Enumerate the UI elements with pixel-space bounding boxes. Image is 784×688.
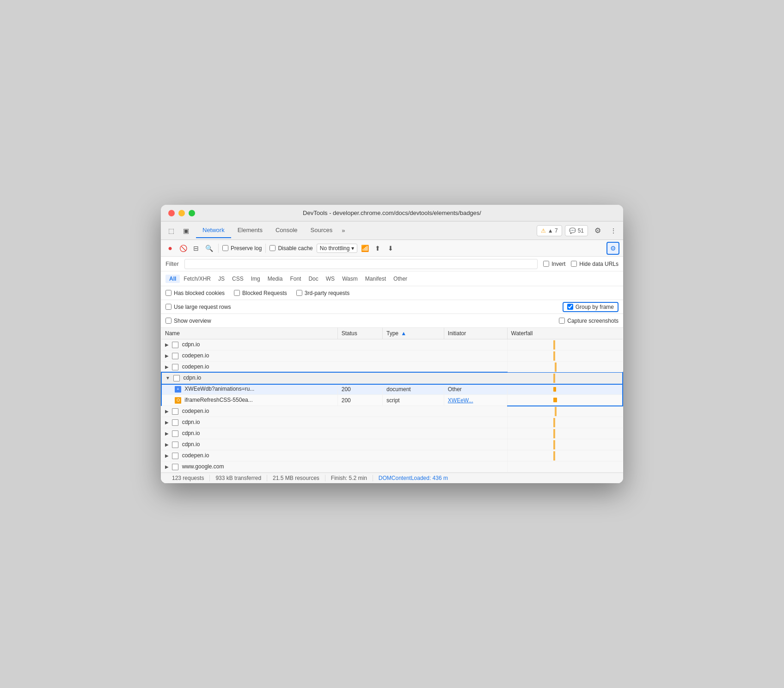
filter-type-manifest[interactable]: Manifest — [361, 275, 390, 283]
filter-type-all[interactable]: All — [165, 275, 180, 283]
filter-type-media[interactable]: Media — [264, 275, 287, 283]
file-name-cell[interactable]: ≡ XWEeWdb?animations=ru... — [161, 384, 337, 395]
filter-type-ws[interactable]: WS — [322, 275, 338, 283]
table-row[interactable]: ▶ codepen.io — [161, 406, 623, 417]
table-row[interactable]: ▶ cdpn.io — [161, 339, 623, 350]
expand-icon: ▶ — [165, 464, 169, 469]
download-icon[interactable]: ⬇ — [385, 243, 396, 254]
disable-cache-checkbox[interactable] — [270, 245, 276, 251]
table-row[interactable]: ▶ codepen.io — [161, 362, 623, 373]
filter-type-other[interactable]: Other — [390, 275, 411, 283]
table-row[interactable]: ▶ cdpn.io — [161, 428, 623, 439]
col-header-name[interactable]: Name — [161, 328, 337, 339]
minimize-button[interactable] — [178, 210, 185, 216]
filter-row: Filter Invert Hide data URLs — [161, 257, 623, 271]
group-name-cell[interactable]: ▶ cdpn.io — [161, 428, 507, 439]
record-icon[interactable]: ● — [165, 243, 176, 254]
tab-overflow[interactable]: » — [339, 223, 348, 238]
tab-network[interactable]: Network — [196, 223, 231, 238]
table-row[interactable]: ▶ www.google.com — [161, 461, 623, 473]
table-row[interactable]: ≡ XWEeWdb?animations=ru... 200 document … — [161, 384, 623, 395]
table-row[interactable]: ▶ cdpn.io — [161, 417, 623, 428]
tab-elements[interactable]: Elements — [231, 223, 269, 238]
more-options-icon[interactable]: ⋮ — [607, 225, 619, 236]
table-row[interactable]: ⬡ iframeRefreshCSS-550ea... 200 script X… — [161, 395, 623, 406]
third-party-checkbox[interactable] — [296, 290, 302, 296]
capture-screenshots-checkbox[interactable] — [559, 318, 565, 324]
filter-type-js[interactable]: JS — [214, 275, 228, 283]
preserve-log-checkbox[interactable] — [222, 245, 228, 251]
show-overview-checkbox[interactable] — [165, 318, 172, 324]
resources-size: 21.5 MB resources — [267, 475, 325, 481]
table-row[interactable]: ▼ cdpn.io — [161, 373, 623, 384]
large-rows-label[interactable]: Use large request rows — [165, 304, 231, 310]
network-settings-icon[interactable]: ⚙ — [606, 242, 619, 255]
col-header-initiator[interactable]: Initiator — [444, 328, 507, 339]
tab-sources[interactable]: Sources — [304, 223, 339, 238]
invert-checkbox[interactable] — [543, 261, 549, 267]
filter-type-fetch[interactable]: Fetch/XHR — [180, 275, 214, 283]
preserve-log-label[interactable]: Preserve log — [222, 245, 262, 252]
group-name-cell[interactable]: ▶ www.google.com — [161, 461, 507, 473]
group-name-cell[interactable]: ▶ cdpn.io — [161, 339, 507, 350]
file-name-cell[interactable]: ⬡ iframeRefreshCSS-550ea... — [161, 395, 337, 406]
top-tabs-right: ⚠ ▲ 7 💬 51 ⚙ ⋮ — [537, 224, 619, 237]
frame-icon — [172, 453, 178, 459]
warning-count: ▲ 7 — [548, 227, 558, 234]
close-button[interactable] — [168, 210, 175, 216]
dom-content-loaded: DOMContentLoaded: 436 m — [373, 475, 453, 481]
col-header-type[interactable]: Type ▲ — [382, 328, 444, 339]
col-header-waterfall[interactable]: Waterfall — [507, 328, 623, 339]
group-name-cell[interactable]: ▼ cdpn.io — [161, 373, 507, 384]
options-row-3: Show overview Capture screenshots — [161, 314, 623, 328]
table-row[interactable]: ▶ cdpn.io — [161, 439, 623, 450]
hide-data-urls-label[interactable]: Hide data URLs — [571, 261, 619, 267]
blocked-cookies-label[interactable]: Has blocked cookies — [165, 290, 225, 296]
group-name-cell[interactable]: ▶ codepen.io — [161, 450, 507, 461]
wifi-icon[interactable]: 📶 — [359, 243, 370, 254]
filter-type-doc[interactable]: Doc — [305, 275, 322, 283]
filter-type-css[interactable]: CSS — [228, 275, 247, 283]
status-cell: 200 — [337, 384, 382, 395]
invert-label[interactable]: Invert — [543, 261, 565, 267]
blocked-requests-label[interactable]: Blocked Requests — [234, 290, 287, 296]
block-icon[interactable]: 🚫 — [178, 243, 189, 254]
blocked-requests-checkbox[interactable] — [234, 290, 240, 296]
finish-time: Finish: 5.2 min — [325, 475, 373, 481]
messages-badge[interactable]: 💬 51 — [565, 225, 588, 236]
settings-gear-icon[interactable]: ⚙ — [591, 224, 605, 237]
group-name-cell[interactable]: ▶ cdpn.io — [161, 417, 507, 428]
device-icon[interactable]: ▣ — [179, 224, 192, 237]
group-name-cell[interactable]: ▶ cdpn.io — [161, 439, 507, 450]
warnings-badge[interactable]: ⚠ ▲ 7 — [537, 225, 562, 236]
group-name-cell[interactable]: ▶ codepen.io — [161, 362, 507, 373]
options-row-1: Has blocked cookies Blocked Requests 3rd… — [161, 286, 623, 300]
waterfall-cell — [507, 461, 623, 473]
disable-cache-label[interactable]: Disable cache — [270, 245, 312, 252]
filter-icon[interactable]: ⊟ — [190, 243, 202, 254]
search-icon[interactable]: 🔍 — [203, 243, 214, 254]
col-header-status[interactable]: Status — [337, 328, 382, 339]
initiator-link[interactable]: XWEeW... — [448, 397, 473, 404]
table-row[interactable]: ▶ codepen.io — [161, 350, 623, 362]
transferred-size: 933 kB transferred — [210, 475, 267, 481]
throttling-select[interactable]: No throttling ▾ — [317, 244, 358, 253]
table-row[interactable]: ▶ codepen.io — [161, 450, 623, 461]
third-party-label[interactable]: 3rd-party requests — [296, 290, 349, 296]
group-by-frame-checkbox[interactable] — [567, 304, 573, 310]
blocked-cookies-checkbox[interactable] — [165, 290, 172, 296]
capture-screenshots-label[interactable]: Capture screenshots — [559, 318, 619, 324]
group-name-cell[interactable]: ▶ codepen.io — [161, 406, 507, 417]
filter-type-img[interactable]: Img — [247, 275, 264, 283]
cursor-icon[interactable]: ⬚ — [165, 224, 178, 237]
tab-console[interactable]: Console — [269, 223, 304, 238]
upload-icon[interactable]: ⬆ — [372, 243, 383, 254]
maximize-button[interactable] — [189, 210, 195, 216]
show-overview-label[interactable]: Show overview — [165, 318, 211, 324]
hide-data-urls-checkbox[interactable] — [571, 261, 577, 267]
group-by-frame-label[interactable]: Group by frame — [567, 304, 614, 310]
filter-type-font[interactable]: Font — [286, 275, 305, 283]
group-name-cell[interactable]: ▶ codepen.io — [161, 350, 507, 362]
filter-type-wasm[interactable]: Wasm — [338, 275, 361, 283]
large-rows-checkbox[interactable] — [165, 304, 172, 310]
